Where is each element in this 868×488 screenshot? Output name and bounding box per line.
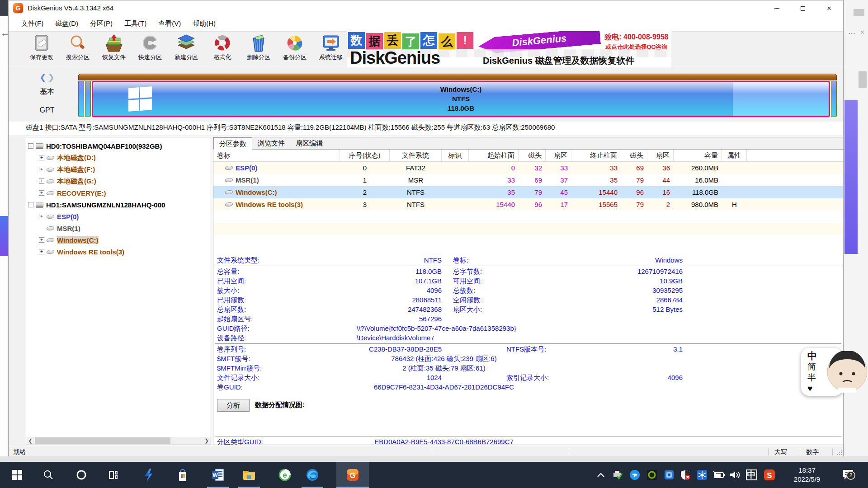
tray-intel-graphics[interactable]: [661, 462, 677, 488]
tray-ime-indicator[interactable]: 中: [743, 462, 760, 488]
analyze-button[interactable]: 分析: [217, 399, 250, 412]
minimize-button[interactable]: [764, 0, 790, 16]
partition-block-esp[interactable]: [78, 81, 84, 117]
scroll-right-icon[interactable]: ❯: [203, 438, 211, 444]
menu-file[interactable]: 文件(F): [21, 19, 43, 28]
collapse-icon[interactable]: -: [28, 143, 33, 149]
expand-icon[interactable]: +: [39, 190, 44, 196]
tray-printer[interactable]: [609, 462, 626, 488]
menu-disk[interactable]: 磁盘(D): [55, 19, 78, 28]
tray-security-shield[interactable]: [677, 462, 693, 488]
table-row[interactable]: Windows RE tools(3) 3 NTFS 15440 96 17 1…: [213, 198, 843, 211]
expand-icon[interactable]: +: [39, 178, 44, 184]
taskbar-search-button[interactable]: [38, 462, 59, 488]
status-ready: 就绪: [13, 448, 26, 456]
scroll-left-icon[interactable]: ❮: [26, 438, 34, 444]
task-view-button[interactable]: [103, 462, 125, 488]
tree-item-recovery-e[interactable]: + RECOVERY(E:): [26, 187, 211, 199]
partition-type-guid-value: EBD0A0A2-B9E5-4433-87C0-68B6B72699C7: [317, 437, 571, 445]
svg-text:G: G: [350, 472, 355, 479]
cortana-button[interactable]: [71, 462, 92, 488]
tray-chevron-button[interactable]: [593, 462, 609, 488]
pinned-app-word[interactable]: W: [207, 462, 229, 488]
tree-horizontal-scrollbar[interactable]: ❮ ❯: [26, 437, 211, 445]
more-options-icon[interactable]: ⋯: [848, 29, 855, 38]
expand-icon[interactable]: +: [39, 237, 44, 243]
scrollbar-thumb[interactable]: [35, 437, 170, 444]
divider: [215, 343, 841, 344]
disk-nav-arrows[interactable]: ❮ ❯: [27, 73, 67, 82]
menu-tools[interactable]: 工具(T): [124, 19, 146, 28]
file-record-size-value: 1024: [317, 373, 442, 382]
menu-help[interactable]: 帮助(H): [193, 19, 216, 28]
tree-item-windows-re[interactable]: + Windows RE tools(3): [26, 246, 211, 258]
maximize-button[interactable]: [790, 0, 816, 16]
backup-partition-button[interactable]: 备份分区: [277, 33, 312, 66]
partition-block-re-tools[interactable]: [831, 81, 837, 117]
menu-view[interactable]: 查看(V): [158, 19, 181, 28]
tree-item-hd1[interactable]: - HD1:SAMSUNGMZNLN128HAHQ-000: [26, 199, 211, 211]
tray-volume[interactable]: [727, 462, 743, 488]
tree-item-windows-c[interactable]: + Windows(C:): [26, 234, 211, 246]
recover-files-button[interactable]: 恢复文件: [96, 33, 132, 66]
taskbar-clock[interactable]: 18:37 2022/5/9: [784, 466, 830, 484]
new-partition-button[interactable]: 新建分区: [169, 33, 204, 66]
close-button[interactable]: ✕: [816, 0, 842, 16]
start-button[interactable]: [6, 462, 28, 488]
tree-item-msr[interactable]: MSR(1): [26, 222, 211, 234]
expand-icon[interactable]: +: [39, 214, 44, 219]
expand-icon[interactable]: +: [39, 249, 44, 254]
search-partition-button[interactable]: 搜索分区: [60, 33, 95, 66]
tab-browse-files[interactable]: 浏览文件: [252, 137, 290, 149]
tray-dingtalk[interactable]: [627, 462, 643, 488]
taskbar-diskgenius-active[interactable]: G: [336, 462, 369, 488]
table-row[interactable]: MSR(1) 1 MSR 33 69 37 35 79 44 16.0MB: [213, 174, 843, 186]
titlebar[interactable]: G DiskGenius V5.4.3.1342 x64 ✕: [9, 0, 843, 16]
format-button[interactable]: 格式化: [205, 33, 240, 66]
toolbar: 保存更改 搜索分区 恢复文件 快速分区: [9, 31, 843, 67]
system-migration-button[interactable]: 系统迁移: [313, 33, 349, 66]
expand-icon[interactable]: +: [39, 155, 44, 160]
notification-badge: 2: [846, 471, 855, 480]
partition-block-windows-c[interactable]: Windows(C:) NTFS 118.0GB: [92, 81, 830, 117]
tab-sector-edit[interactable]: 扇区编辑: [290, 137, 328, 149]
pinned-app-edge[interactable]: [302, 462, 323, 488]
tree-item-local-f[interactable]: + 本地磁盘(F:): [26, 164, 211, 175]
expand-icon[interactable]: +: [39, 167, 44, 172]
collapse-icon[interactable]: -: [28, 202, 33, 207]
tree-item-local-d[interactable]: + 本地磁盘(D:): [26, 152, 211, 164]
table-row[interactable]: ESP(0) 0 FAT32 0 32 33 33 69 36 260.0MB: [213, 162, 843, 174]
pinned-app-store[interactable]: [172, 462, 193, 488]
tray-battery[interactable]: [711, 462, 727, 488]
tree-item-hd0[interactable]: - HD0:TOSHIBAMQ04ABF100(932GB): [26, 140, 211, 152]
background-scrollbar-thumb[interactable]: [859, 71, 867, 88]
table-row-selected[interactable]: Windows(C:) 2 NTFS 35 79 45 15440 96 16 …: [213, 186, 843, 198]
chevron-up-icon: [597, 472, 605, 478]
resize-grip[interactable]: [837, 450, 842, 455]
pinned-app-thunder[interactable]: [138, 462, 160, 488]
tree-label: HD1:SAMSUNGMZNLN128HAHQ-000: [46, 201, 165, 209]
tree-item-local-g[interactable]: + 本地磁盘(G:): [26, 175, 211, 187]
tree-item-esp[interactable]: + ESP(0): [26, 211, 211, 222]
notification-center-button[interactable]: 2: [835, 462, 861, 488]
tray-sogou[interactable]: S: [761, 462, 778, 488]
partition-label: Windows(C:) NTFS 118.0GB: [93, 84, 829, 113]
delete-partition-button[interactable]: 删除分区: [241, 33, 276, 66]
pinned-app-explorer[interactable]: [238, 462, 260, 488]
menu-partition[interactable]: 分区(P): [90, 19, 113, 28]
background-close-icon[interactable]: ✕: [860, 29, 865, 36]
next-disk-icon[interactable]: ❯: [48, 73, 54, 82]
pinned-app-browser-360[interactable]: e: [274, 462, 296, 488]
partition-block-msr[interactable]: [85, 81, 91, 117]
table-header: 卷标 序号(状态) 文件系统 标识 起始柱面 磁头 扇区 终止柱面 磁头 扇区 …: [213, 150, 843, 162]
tab-partition-params[interactable]: 分区参数: [213, 137, 252, 150]
banner-ad[interactable]: 数 据 丢 了 怎 么 ! DiskGenius 致电: 400-008-995…: [347, 31, 671, 68]
prev-disk-icon[interactable]: ❮: [39, 73, 46, 82]
banner-contact[interactable]: 致电: 400-008-9958 或点击此处选择QQ咨询: [602, 33, 671, 51]
quick-partition-button[interactable]: 快速分区: [132, 33, 168, 66]
save-changes-button[interactable]: 保存更改: [24, 33, 59, 66]
tray-snowflake[interactable]: [694, 462, 710, 488]
shield-x-icon: [680, 469, 691, 480]
tray-nvidia[interactable]: [644, 462, 660, 488]
disc-icon: [140, 34, 160, 52]
